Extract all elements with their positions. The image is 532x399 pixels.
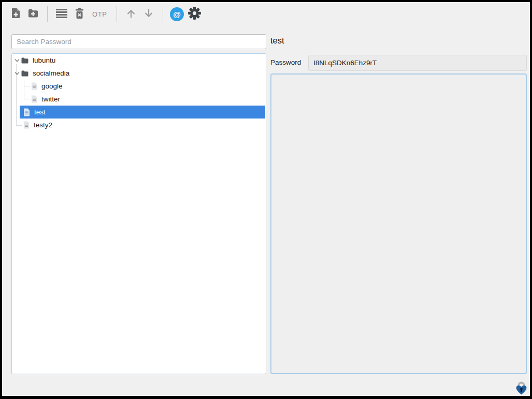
search-input[interactable] (11, 34, 266, 49)
add-password-button[interactable] (7, 6, 24, 22)
tree-item-label: socialmedia (33, 69, 69, 77)
tree-item-test[interactable]: test (20, 106, 265, 119)
edit-list-button[interactable] (53, 6, 70, 22)
document-icon (31, 82, 37, 90)
arrow-down-icon (143, 8, 154, 21)
move-up-button[interactable] (123, 6, 139, 22)
entry-title: test (270, 36, 284, 46)
move-down-button[interactable] (140, 6, 157, 22)
arrow-up-icon (125, 8, 137, 21)
tree-item-twitter[interactable]: twitter (12, 93, 266, 106)
gear-icon (188, 7, 201, 21)
tree-item-lubuntu[interactable]: lubuntu (12, 54, 266, 67)
hamburger-icon (56, 8, 67, 20)
toolbar: OTP @ (2, 2, 530, 26)
qtpass-window: OTP @ (2, 2, 530, 396)
password-tree[interactable]: lubuntu socialmedia (11, 53, 266, 374)
document-icon (23, 108, 30, 116)
qtpass-logo-icon (514, 380, 528, 396)
tree-item-socialmedia[interactable]: socialmedia (12, 67, 266, 80)
document-icon (31, 95, 37, 103)
tree-item-google[interactable]: google (12, 80, 266, 93)
delete-button[interactable] (71, 6, 88, 22)
chevron-down-icon[interactable] (13, 57, 21, 64)
toolbar-separator (117, 6, 117, 22)
folder-icon (21, 57, 28, 64)
tree-item-testy2[interactable]: testy2 (12, 119, 266, 131)
add-folder-button[interactable] (25, 6, 41, 22)
chevron-down-icon[interactable] (13, 70, 21, 77)
password-value-field[interactable] (308, 55, 527, 71)
otp-button[interactable]: OTP (89, 6, 111, 22)
toolbar-separator (163, 6, 163, 22)
toolbar-separator (47, 6, 48, 22)
settings-button[interactable] (186, 6, 203, 22)
notes-area[interactable] (270, 73, 527, 374)
document-plus-icon (11, 8, 20, 20)
folder-plus-icon (28, 9, 38, 19)
document-icon (23, 121, 30, 129)
folder-icon (21, 70, 28, 77)
tree-item-label: testy2 (34, 121, 52, 129)
tree-item-label: google (41, 82, 63, 90)
users-button[interactable]: @ (169, 6, 185, 22)
tree-item-label: test (34, 108, 46, 116)
password-label: Password (270, 58, 301, 66)
trash-icon (75, 8, 84, 21)
tree-item-label: twitter (41, 95, 60, 103)
tree-item-label: lubuntu (33, 56, 55, 64)
at-badge-icon: @ (170, 7, 184, 21)
